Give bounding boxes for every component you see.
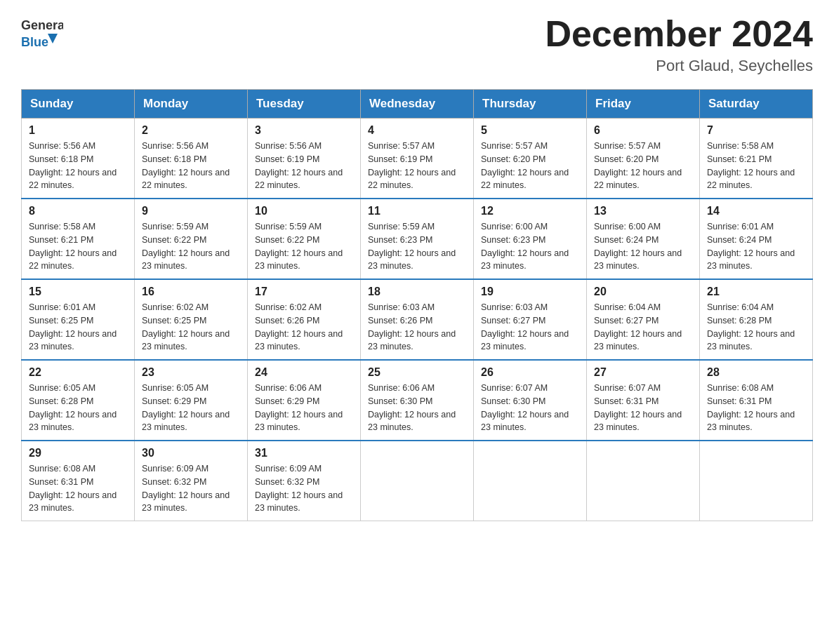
day-info: Sunrise: 6:09 AMSunset: 6:32 PMDaylight:… <box>255 462 353 515</box>
day-info: Sunrise: 6:06 AMSunset: 6:30 PMDaylight:… <box>368 382 466 434</box>
day-info: Sunrise: 5:59 AMSunset: 6:23 PMDaylight:… <box>368 220 466 273</box>
day-info: Sunrise: 5:57 AMSunset: 6:20 PMDaylight:… <box>594 140 692 192</box>
calendar-cell: 17Sunrise: 6:02 AMSunset: 6:26 PMDayligh… <box>248 279 361 360</box>
calendar-cell: 18Sunrise: 6:03 AMSunset: 6:26 PMDayligh… <box>361 279 474 360</box>
day-number: 7 <box>707 124 805 137</box>
calendar-cell: 2Sunrise: 5:56 AMSunset: 6:18 PMDaylight… <box>135 119 248 199</box>
day-number: 31 <box>255 447 353 459</box>
calendar-cell: 19Sunrise: 6:03 AMSunset: 6:27 PMDayligh… <box>474 279 587 360</box>
calendar-cell: 6Sunrise: 5:57 AMSunset: 6:20 PMDaylight… <box>587 119 700 199</box>
calendar-cell: 13Sunrise: 6:00 AMSunset: 6:24 PMDayligh… <box>587 199 700 279</box>
calendar-cell: 14Sunrise: 6:01 AMSunset: 6:24 PMDayligh… <box>700 199 813 279</box>
day-number: 30 <box>142 447 240 459</box>
day-info: Sunrise: 6:02 AMSunset: 6:25 PMDaylight:… <box>142 301 240 354</box>
weekday-header-monday: Monday <box>135 90 248 119</box>
day-info: Sunrise: 6:03 AMSunset: 6:27 PMDaylight:… <box>481 301 579 354</box>
calendar-cell: 30Sunrise: 6:09 AMSunset: 6:32 PMDayligh… <box>135 441 248 521</box>
calendar-cell: 28Sunrise: 6:08 AMSunset: 6:31 PMDayligh… <box>700 360 813 441</box>
weekday-header-row: SundayMondayTuesdayWednesdayThursdayFrid… <box>22 90 813 119</box>
day-info: Sunrise: 6:09 AMSunset: 6:32 PMDaylight:… <box>142 462 240 515</box>
day-info: Sunrise: 6:00 AMSunset: 6:24 PMDaylight:… <box>594 220 692 273</box>
day-number: 20 <box>594 286 692 298</box>
logo-icon: General Blue <box>21 14 63 53</box>
day-number: 12 <box>481 205 579 217</box>
calendar-cell: 24Sunrise: 6:06 AMSunset: 6:29 PMDayligh… <box>248 360 361 441</box>
day-number: 17 <box>255 286 353 298</box>
day-info: Sunrise: 6:00 AMSunset: 6:23 PMDaylight:… <box>481 220 579 273</box>
calendar-cell: 12Sunrise: 6:00 AMSunset: 6:23 PMDayligh… <box>474 199 587 279</box>
calendar-cell: 21Sunrise: 6:04 AMSunset: 6:28 PMDayligh… <box>700 279 813 360</box>
day-number: 9 <box>142 205 240 217</box>
calendar-cell: 10Sunrise: 5:59 AMSunset: 6:22 PMDayligh… <box>248 199 361 279</box>
day-number: 10 <box>255 205 353 217</box>
day-info: Sunrise: 6:06 AMSunset: 6:29 PMDaylight:… <box>255 382 353 434</box>
calendar-cell: 26Sunrise: 6:07 AMSunset: 6:30 PMDayligh… <box>474 360 587 441</box>
day-number: 28 <box>707 366 805 379</box>
day-info: Sunrise: 6:07 AMSunset: 6:31 PMDaylight:… <box>594 382 692 434</box>
calendar-cell: 4Sunrise: 5:57 AMSunset: 6:19 PMDaylight… <box>361 119 474 199</box>
day-info: Sunrise: 6:01 AMSunset: 6:25 PMDaylight:… <box>29 301 127 354</box>
calendar-cell: 5Sunrise: 5:57 AMSunset: 6:20 PMDaylight… <box>474 119 587 199</box>
location-title: Port Glaud, Seychelles <box>545 57 813 75</box>
weekday-header-saturday: Saturday <box>700 90 813 119</box>
day-number: 26 <box>481 366 579 379</box>
calendar-cell: 20Sunrise: 6:04 AMSunset: 6:27 PMDayligh… <box>587 279 700 360</box>
day-number: 22 <box>29 366 127 379</box>
day-number: 6 <box>594 124 692 137</box>
svg-marker-1 <box>48 34 58 43</box>
day-info: Sunrise: 6:05 AMSunset: 6:28 PMDaylight:… <box>29 382 127 434</box>
day-number: 27 <box>594 366 692 379</box>
day-number: 4 <box>368 124 466 137</box>
day-info: Sunrise: 6:08 AMSunset: 6:31 PMDaylight:… <box>707 382 805 434</box>
day-number: 11 <box>368 205 466 217</box>
calendar-week-row: 1Sunrise: 5:56 AMSunset: 6:18 PMDaylight… <box>22 119 813 199</box>
month-title: December 2024 <box>545 14 813 54</box>
calendar-week-row: 29Sunrise: 6:08 AMSunset: 6:31 PMDayligh… <box>22 441 813 521</box>
calendar-cell: 11Sunrise: 5:59 AMSunset: 6:23 PMDayligh… <box>361 199 474 279</box>
day-info: Sunrise: 5:58 AMSunset: 6:21 PMDaylight:… <box>29 220 127 273</box>
calendar-cell: 3Sunrise: 5:56 AMSunset: 6:19 PMDaylight… <box>248 119 361 199</box>
day-info: Sunrise: 5:59 AMSunset: 6:22 PMDaylight:… <box>255 220 353 273</box>
day-number: 24 <box>255 366 353 379</box>
calendar-cell: 29Sunrise: 6:08 AMSunset: 6:31 PMDayligh… <box>22 441 135 521</box>
weekday-header-thursday: Thursday <box>474 90 587 119</box>
day-number: 8 <box>29 205 127 217</box>
day-number: 1 <box>29 124 127 137</box>
day-info: Sunrise: 6:08 AMSunset: 6:31 PMDaylight:… <box>29 462 127 515</box>
day-info: Sunrise: 5:59 AMSunset: 6:22 PMDaylight:… <box>142 220 240 273</box>
calendar-cell: 23Sunrise: 6:05 AMSunset: 6:29 PMDayligh… <box>135 360 248 441</box>
day-number: 23 <box>142 366 240 379</box>
calendar-cell <box>361 441 474 521</box>
title-area: December 2024 Port Glaud, Seychelles <box>545 14 813 75</box>
calendar-cell: 7Sunrise: 5:58 AMSunset: 6:21 PMDaylight… <box>700 119 813 199</box>
day-number: 5 <box>481 124 579 137</box>
calendar-table: SundayMondayTuesdayWednesdayThursdayFrid… <box>21 89 813 521</box>
day-info: Sunrise: 6:05 AMSunset: 6:29 PMDaylight:… <box>142 382 240 434</box>
calendar-cell: 8Sunrise: 5:58 AMSunset: 6:21 PMDaylight… <box>22 199 135 279</box>
day-info: Sunrise: 5:56 AMSunset: 6:18 PMDaylight:… <box>142 140 240 192</box>
day-info: Sunrise: 6:07 AMSunset: 6:30 PMDaylight:… <box>481 382 579 434</box>
calendar-cell: 16Sunrise: 6:02 AMSunset: 6:25 PMDayligh… <box>135 279 248 360</box>
day-info: Sunrise: 5:57 AMSunset: 6:19 PMDaylight:… <box>368 140 466 192</box>
day-number: 29 <box>29 447 127 459</box>
day-info: Sunrise: 6:04 AMSunset: 6:27 PMDaylight:… <box>594 301 692 354</box>
day-info: Sunrise: 5:56 AMSunset: 6:18 PMDaylight:… <box>29 140 127 192</box>
day-info: Sunrise: 6:04 AMSunset: 6:28 PMDaylight:… <box>707 301 805 354</box>
day-info: Sunrise: 5:57 AMSunset: 6:20 PMDaylight:… <box>481 140 579 192</box>
day-info: Sunrise: 5:58 AMSunset: 6:21 PMDaylight:… <box>707 140 805 192</box>
day-number: 14 <box>707 205 805 217</box>
calendar-cell: 22Sunrise: 6:05 AMSunset: 6:28 PMDayligh… <box>22 360 135 441</box>
day-number: 13 <box>594 205 692 217</box>
weekday-header-tuesday: Tuesday <box>248 90 361 119</box>
page-header: General Blue December 2024 Port Glaud, S… <box>21 14 813 75</box>
calendar-cell <box>587 441 700 521</box>
svg-text:General: General <box>21 18 63 32</box>
calendar-cell: 25Sunrise: 6:06 AMSunset: 6:30 PMDayligh… <box>361 360 474 441</box>
calendar-cell: 15Sunrise: 6:01 AMSunset: 6:25 PMDayligh… <box>22 279 135 360</box>
day-number: 18 <box>368 286 466 298</box>
weekday-header-friday: Friday <box>587 90 700 119</box>
day-number: 2 <box>142 124 240 137</box>
day-number: 21 <box>707 286 805 298</box>
svg-text:Blue: Blue <box>21 35 48 49</box>
day-info: Sunrise: 6:01 AMSunset: 6:24 PMDaylight:… <box>707 220 805 273</box>
